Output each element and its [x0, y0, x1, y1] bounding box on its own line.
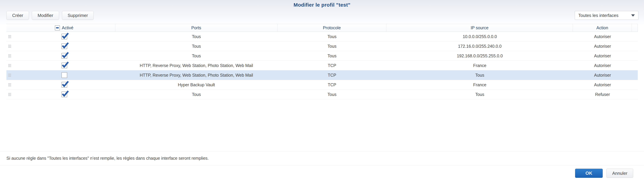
cell-ports: Tous: [115, 90, 278, 99]
delete-button[interactable]: Supprimer: [62, 11, 94, 20]
cell-source-ip: France: [386, 61, 573, 70]
checkmark-icon: [62, 61, 69, 69]
dialog-title-bar: Modifier le profil "test": [0, 0, 644, 11]
checkmark-icon: [62, 32, 69, 40]
cell-ports: Tous: [115, 32, 278, 41]
header-enabled[interactable]: Activé: [13, 24, 115, 32]
table-row[interactable]: Tous Tous Tous Refuser: [6, 90, 638, 99]
cell-action: Autoriser: [573, 70, 632, 80]
cell-spacer: [632, 41, 638, 51]
drag-handle[interactable]: [6, 61, 13, 70]
header-enabled-label: Activé: [62, 25, 73, 30]
cell-enabled: [13, 61, 115, 70]
cell-ports: Tous: [115, 41, 278, 51]
dialog-title: Modifier le profil "test": [294, 2, 350, 8]
row-checkbox[interactable]: [62, 72, 67, 78]
cell-action: Autoriser: [573, 32, 632, 41]
row-checkbox[interactable]: [62, 53, 67, 59]
cell-spacer: [632, 80, 638, 89]
cell-ports: Tous: [115, 51, 278, 61]
table-row[interactable]: Tous Tous 10.0.0.0/255.0.0.0 Autoriser: [6, 32, 638, 41]
cell-action: Autoriser: [573, 41, 632, 51]
header-ports-label: Ports: [191, 25, 201, 30]
cell-action: Autoriser: [573, 51, 632, 61]
table-row[interactable]: HTTP, Reverse Proxy, Web Station, Photo …: [6, 70, 638, 80]
cell-spacer: [632, 70, 638, 80]
indeterminate-icon: [56, 27, 59, 28]
row-checkbox[interactable]: [62, 34, 67, 39]
cell-protocol: TCP: [278, 61, 386, 70]
checkmark-icon: [62, 90, 69, 98]
cell-source-ip: 172.16.0.0/255.240.0.0: [386, 41, 573, 51]
cell-ports: HTTP, Reverse Proxy, Web Station, Photo …: [115, 70, 278, 80]
cell-protocol: Tous: [278, 90, 386, 99]
header-drag-column: [6, 24, 13, 32]
cell-protocol: TCP: [278, 70, 386, 80]
drag-handle[interactable]: [6, 32, 13, 41]
drag-handle-icon: [8, 64, 11, 67]
cell-protocol: TCP: [278, 80, 386, 89]
cell-spacer: [632, 51, 638, 61]
chevron-down-icon: [631, 14, 635, 16]
table-header: Activé Ports Protocole IP source Action: [6, 24, 638, 32]
header-protocol[interactable]: Protocole: [278, 24, 386, 32]
cell-protocol: Tous: [278, 32, 386, 41]
cell-source-ip: Tous: [386, 70, 573, 80]
footer-note: Si aucune règle dans "Toutes les interfa…: [6, 156, 209, 161]
header-source-ip-label: IP source: [471, 25, 488, 30]
header-ports[interactable]: Ports: [115, 24, 278, 32]
drag-handle-icon: [8, 93, 11, 96]
drag-handle-icon: [8, 54, 11, 57]
create-button[interactable]: Créer: [6, 11, 29, 20]
drag-handle[interactable]: [6, 90, 13, 99]
cell-enabled: [13, 51, 115, 61]
footer-note-area: Si aucune règle dans "Toutes les interfa…: [0, 151, 644, 165]
drag-handle[interactable]: [6, 70, 13, 80]
header-action-label: Action: [596, 25, 608, 30]
cell-enabled: [13, 70, 115, 80]
cell-enabled: [13, 41, 115, 51]
cell-enabled: [13, 32, 115, 41]
checkmark-icon: [62, 42, 69, 50]
cell-enabled: [13, 90, 115, 99]
table-row[interactable]: HTTP, Reverse Proxy, Web Station, Photo …: [6, 61, 638, 70]
ok-button[interactable]: OK: [575, 169, 603, 178]
table-body: Tous Tous 10.0.0.0/255.0.0.0 Autoriser T…: [6, 32, 638, 99]
cell-enabled: [13, 80, 115, 89]
row-checkbox[interactable]: [62, 92, 67, 97]
table-row[interactable]: Tous Tous 192.168.0.0/255.255.0.0 Autori…: [6, 51, 638, 61]
table-row[interactable]: Hyper Backup Vault TCP France Autoriser: [6, 80, 638, 90]
cell-protocol: Tous: [278, 41, 386, 51]
table-row[interactable]: Tous Tous 172.16.0.0/255.240.0.0 Autoris…: [6, 41, 638, 51]
header-protocol-label: Protocole: [323, 25, 341, 30]
dialog-button-bar: OK Annuler: [0, 165, 644, 180]
cell-source-ip: 10.0.0.0/255.0.0.0: [386, 32, 573, 41]
interface-select-value: Toutes les interfaces: [578, 13, 618, 18]
toolbar: Créer Modifier Supprimer Toutes les inte…: [6, 11, 638, 20]
row-checkbox[interactable]: [62, 43, 67, 49]
cell-action: Autoriser: [573, 80, 632, 89]
checkmark-icon: [62, 52, 69, 59]
drag-handle[interactable]: [6, 51, 13, 61]
drag-handle-icon: [8, 74, 11, 77]
rules-table: Activé Ports Protocole IP source Action: [6, 24, 638, 99]
drag-handle-icon: [8, 83, 11, 86]
drag-handle[interactable]: [6, 41, 13, 51]
header-action[interactable]: Action: [573, 24, 632, 32]
cell-spacer: [632, 61, 638, 70]
edit-button[interactable]: Modifier: [32, 11, 59, 20]
firewall-profile-dialog: Modifier le profil "test" Créer Modifier…: [0, 0, 644, 180]
select-all-checkbox[interactable]: [55, 25, 60, 30]
drag-handle-icon: [8, 35, 11, 38]
row-checkbox[interactable]: [62, 82, 67, 88]
drag-handle[interactable]: [6, 80, 13, 89]
cell-protocol: Tous: [278, 51, 386, 61]
cell-source-ip: 192.168.0.0/255.255.0.0: [386, 51, 573, 61]
interface-select[interactable]: Toutes les interfaces: [575, 11, 638, 20]
header-source-ip[interactable]: IP source: [386, 24, 573, 32]
table-empty-area: [0, 99, 644, 151]
cell-spacer: [632, 32, 638, 41]
cancel-button[interactable]: Annuler: [606, 169, 633, 178]
row-checkbox[interactable]: [62, 63, 67, 68]
cell-ports: HTTP, Reverse Proxy, Web Station, Photo …: [115, 61, 278, 70]
